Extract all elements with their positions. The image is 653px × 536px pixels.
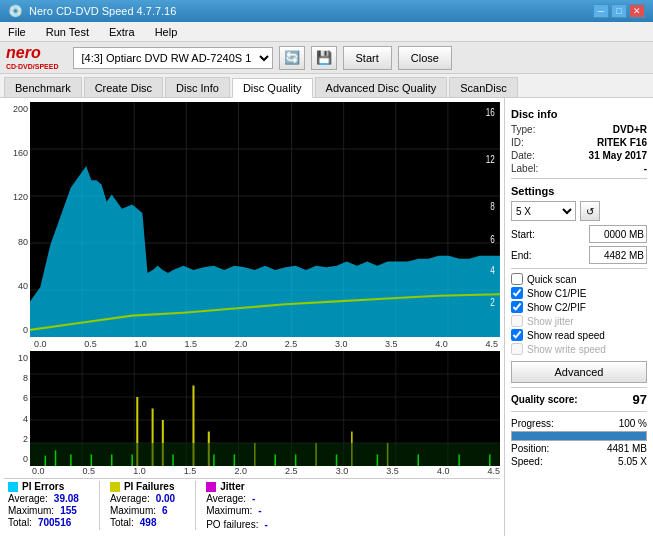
end-label: End:: [511, 250, 532, 261]
y-label-160: 160: [6, 148, 28, 158]
jitter-max-label: Maximum:: [206, 505, 252, 516]
speed-select[interactable]: 5 X 4 X 8 X: [511, 201, 576, 221]
disc-type-value: DVD+R: [613, 124, 647, 135]
pi-errors-avg-value: 39.08: [54, 493, 79, 504]
jitter-avg-value: -: [252, 493, 255, 504]
top-chart-svg: 16 12 8 6 4 2: [30, 102, 500, 337]
y-label-200: 200: [6, 104, 28, 114]
tab-disc-quality[interactable]: Disc Quality: [232, 78, 313, 98]
speed-reset-icon[interactable]: ↺: [580, 201, 600, 221]
tab-scandisc[interactable]: ScanDisc: [449, 77, 517, 97]
start-mb-row: Start:: [511, 225, 647, 243]
show-c1-checkbox[interactable]: [511, 287, 523, 299]
chart-area: 200 160 120 80 40 0: [0, 98, 505, 536]
menu-run-test[interactable]: Run Test: [42, 24, 93, 40]
drive-select[interactable]: [4:3] Optiarc DVD RW AD-7240S 1.04: [73, 47, 273, 69]
quality-label: Quality score:: [511, 394, 578, 405]
svg-marker-13: [30, 166, 500, 337]
refresh-icon[interactable]: 🔄: [279, 46, 305, 70]
tab-create-disc[interactable]: Create Disc: [84, 77, 163, 97]
pi-errors-title: PI Errors: [22, 481, 64, 492]
x-label-35: 3.5: [385, 339, 398, 349]
show-c1-row: Show C1/PIE: [511, 287, 647, 299]
show-c2-label: Show C2/PIF: [527, 302, 586, 313]
po-failures-label: PO failures:: [206, 519, 258, 530]
x-label-2: 2.0: [235, 339, 248, 349]
svg-text:8: 8: [490, 200, 495, 213]
progress-bar-fill: [512, 432, 646, 440]
tab-benchmark[interactable]: Benchmark: [4, 77, 82, 97]
menu-help[interactable]: Help: [151, 24, 182, 40]
end-input[interactable]: [589, 246, 647, 264]
show-c2-checkbox[interactable]: [511, 301, 523, 313]
svg-text:6: 6: [490, 233, 495, 246]
show-jitter-checkbox[interactable]: [511, 315, 523, 327]
right-panel: Disc info Type: DVD+R ID: RITEK F16 Date…: [505, 98, 653, 536]
start-label: Start:: [511, 229, 535, 240]
tab-advanced-disc-quality[interactable]: Advanced Disc Quality: [315, 77, 448, 97]
close-toolbar-button[interactable]: Close: [398, 46, 452, 70]
legend-pi-failures: PI Failures Average: 0.00 Maximum: 6 Tot…: [110, 481, 175, 528]
progress-label: Progress:: [511, 418, 554, 429]
jitter-max-value: -: [258, 505, 261, 516]
disc-label-label: Label:: [511, 163, 538, 174]
save-icon[interactable]: 💾: [311, 46, 337, 70]
start-input[interactable]: [589, 225, 647, 243]
pi-errors-total-label: Total:: [8, 517, 32, 528]
nero-logo: nero CD·DVD/SPEED: [6, 45, 59, 70]
disc-id-value: RITEK F16: [597, 137, 647, 148]
menu-extra[interactable]: Extra: [105, 24, 139, 40]
close-button[interactable]: ✕: [629, 4, 645, 18]
legend-pi-errors: PI Errors Average: 39.08 Maximum: 155 To…: [8, 481, 79, 530]
svg-text:2: 2: [490, 295, 495, 308]
minimize-button[interactable]: ─: [593, 4, 609, 18]
svg-rect-41: [30, 443, 500, 466]
quick-scan-row: Quick scan: [511, 273, 647, 285]
disc-date-value: 31 May 2017: [589, 150, 647, 161]
x-label-25: 2.5: [285, 339, 298, 349]
quick-scan-checkbox[interactable]: [511, 273, 523, 285]
y-label-80: 80: [6, 237, 28, 247]
show-read-speed-checkbox[interactable]: [511, 329, 523, 341]
menu-bar: File Run Test Extra Help: [0, 22, 653, 42]
show-write-speed-checkbox[interactable]: [511, 343, 523, 355]
maximize-button[interactable]: □: [611, 4, 627, 18]
pi-failures-color: [110, 482, 120, 492]
progress-bar: [511, 431, 647, 441]
pi-errors-total-value: 700516: [38, 517, 71, 528]
settings-title: Settings: [511, 185, 647, 197]
disc-date-label: Date:: [511, 150, 535, 161]
y-label-6: 6: [6, 393, 28, 403]
jitter-avg-label: Average:: [206, 493, 246, 504]
position-value: 4481 MB: [607, 443, 647, 454]
show-write-speed-row: Show write speed: [511, 343, 647, 355]
svg-text:4: 4: [490, 264, 495, 277]
y-label-120: 120: [6, 192, 28, 202]
show-jitter-row: Show jitter: [511, 315, 647, 327]
start-button[interactable]: Start: [343, 46, 392, 70]
tab-disc-info[interactable]: Disc Info: [165, 77, 230, 97]
x-label-05: 0.5: [84, 339, 97, 349]
toolbar: nero CD·DVD/SPEED [4:3] Optiarc DVD RW A…: [0, 42, 653, 74]
disc-id-row: ID: RITEK F16: [511, 137, 647, 148]
svg-text:16: 16: [486, 106, 495, 119]
advanced-button[interactable]: Advanced: [511, 361, 647, 383]
x-label-45: 4.5: [485, 339, 498, 349]
disc-label-row: Label: -: [511, 163, 647, 174]
pi-errors-max-value: 155: [60, 505, 77, 516]
quick-scan-label: Quick scan: [527, 274, 576, 285]
disc-type-row: Type: DVD+R: [511, 124, 647, 135]
show-write-speed-label: Show write speed: [527, 344, 606, 355]
speed-label: Speed:: [511, 456, 543, 467]
y-label-0b: 0: [6, 454, 28, 464]
y-label-0: 0: [6, 325, 28, 335]
show-c2-row: Show C2/PIF: [511, 301, 647, 313]
end-mb-row: End:: [511, 246, 647, 264]
disc-date-row: Date: 31 May 2017: [511, 150, 647, 161]
progress-value: 100 %: [619, 418, 647, 429]
legend-area: PI Errors Average: 39.08 Maximum: 155 To…: [4, 478, 500, 532]
x-label-15: 1.5: [184, 339, 197, 349]
progress-section: Progress: 100 % Position: 4481 MB Speed:…: [511, 418, 647, 467]
disc-label-value: -: [644, 163, 647, 174]
menu-file[interactable]: File: [4, 24, 30, 40]
